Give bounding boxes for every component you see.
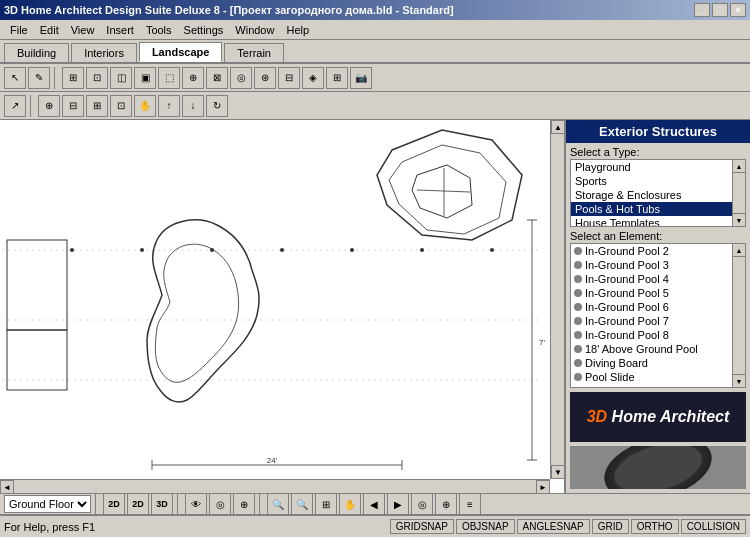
view-icon-3[interactable]: ⊕ <box>233 493 255 515</box>
element-hottub1[interactable]: Hot Tub 1 <box>571 384 732 387</box>
tool2-fit[interactable]: ⊞ <box>86 95 108 117</box>
element-pool6[interactable]: In-Ground Pool 6 <box>571 300 732 314</box>
zoom-fit[interactable]: ⊞ <box>315 493 337 515</box>
element-above-pool[interactable]: 18' Above Ground Pool <box>571 342 732 356</box>
menu-help[interactable]: Help <box>280 22 315 38</box>
main-content: 24' 7' ▲ ▼ ◄ ► <box>0 120 750 493</box>
element-list-scrollbar[interactable]: ▲ ▼ <box>732 244 745 387</box>
nav-2[interactable]: ▶ <box>387 493 409 515</box>
scroll-up-button[interactable]: ▲ <box>551 120 565 134</box>
view-2d[interactable]: 2D <box>127 493 149 515</box>
element-pool4[interactable]: In-Ground Pool 4 <box>571 272 732 286</box>
scroll-track-horizontal[interactable] <box>14 480 536 493</box>
zoom-in[interactable]: 🔍 <box>267 493 289 515</box>
scroll-left-button[interactable]: ◄ <box>0 480 14 493</box>
bottom-sep-3 <box>259 493 263 515</box>
type-storage[interactable]: Storage & Enclosures <box>571 188 745 202</box>
type-scroll-down[interactable]: ▼ <box>733 213 745 226</box>
tool-3[interactable]: ◫ <box>110 67 132 89</box>
tab-terrain[interactable]: Terrain <box>224 43 284 62</box>
element-scroll-up[interactable]: ▲ <box>733 244 745 257</box>
element-selector[interactable]: In-Ground Pool 2 In-Ground Pool 3 In-Gro… <box>570 243 746 388</box>
menu-edit[interactable]: Edit <box>34 22 65 38</box>
tool-7[interactable]: ⊠ <box>206 67 228 89</box>
type-pools[interactable]: Pools & Hot Tubs <box>571 202 745 216</box>
type-house-templates[interactable]: House Templates <box>571 216 745 227</box>
floor-select[interactable]: Ground Floor <box>4 495 91 513</box>
tool-select[interactable]: ↖ <box>4 67 26 89</box>
element-scroll-track[interactable] <box>733 257 745 374</box>
close-button[interactable]: × <box>730 3 746 17</box>
element-slide[interactable]: Pool Slide <box>571 370 732 384</box>
gridsnap-button[interactable]: GRIDSNAP <box>390 519 454 534</box>
type-selector[interactable]: Playground Sports Storage & Enclosures P… <box>570 159 746 227</box>
tool-draw[interactable]: ✎ <box>28 67 50 89</box>
type-list-scrollbar[interactable]: ▲ ▼ <box>732 160 745 226</box>
tool-camera[interactable]: 📷 <box>350 67 372 89</box>
menu-file[interactable]: File <box>4 22 34 38</box>
scroll-right-button[interactable]: ► <box>536 480 550 493</box>
scroll-down-button[interactable]: ▼ <box>551 465 565 479</box>
window-controls[interactable]: _ □ × <box>694 3 746 17</box>
tool-4[interactable]: ▣ <box>134 67 156 89</box>
collision-button[interactable]: COLLISION <box>681 519 746 534</box>
view-icon-1[interactable]: 👁 <box>185 493 207 515</box>
maximize-button[interactable]: □ <box>712 3 728 17</box>
tool2-pan[interactable]: ✋ <box>134 95 156 117</box>
menu-tools[interactable]: Tools <box>140 22 178 38</box>
menu-window[interactable]: Window <box>229 22 280 38</box>
view-2d-plan[interactable]: 2D <box>103 493 125 515</box>
tab-landscape[interactable]: Landscape <box>139 42 222 62</box>
menu-insert[interactable]: Insert <box>100 22 140 38</box>
tab-interiors[interactable]: Interiors <box>71 43 137 62</box>
element-pool7[interactable]: In-Ground Pool 7 <box>571 314 732 328</box>
scroll-track-vertical[interactable] <box>551 134 564 465</box>
view-icon-2[interactable]: ◎ <box>209 493 231 515</box>
tool2-arrow[interactable]: ↗ <box>4 95 26 117</box>
vertical-scrollbar[interactable]: ▲ ▼ <box>550 120 564 479</box>
element-pool2[interactable]: In-Ground Pool 2 <box>571 244 732 258</box>
tool2-zoom-out[interactable]: ⊟ <box>62 95 84 117</box>
type-scroll-up[interactable]: ▲ <box>733 160 745 173</box>
ortho-button[interactable]: ORTHO <box>631 519 679 534</box>
tool2-down[interactable]: ↓ <box>182 95 204 117</box>
tool-8[interactable]: ◎ <box>230 67 252 89</box>
anglesnap-button[interactable]: ANGLESNAP <box>517 519 590 534</box>
tool-12[interactable]: ⊞ <box>326 67 348 89</box>
tab-building[interactable]: Building <box>4 43 69 62</box>
grid-button[interactable]: GRID <box>592 519 629 534</box>
element-scroll-down[interactable]: ▼ <box>733 374 745 387</box>
tool-10[interactable]: ⊟ <box>278 67 300 89</box>
tool-6[interactable]: ⊕ <box>182 67 204 89</box>
pan-tool[interactable]: ✋ <box>339 493 361 515</box>
element-pool5[interactable]: In-Ground Pool 5 <box>571 286 732 300</box>
nav-5[interactable]: ≡ <box>459 493 481 515</box>
tool-11[interactable]: ◈ <box>302 67 324 89</box>
tool-9[interactable]: ⊛ <box>254 67 276 89</box>
type-playground[interactable]: Playground <box>571 160 745 174</box>
nav-4[interactable]: ⊕ <box>435 493 457 515</box>
horizontal-scrollbar[interactable]: ◄ ► <box>0 479 550 493</box>
type-sports[interactable]: Sports <box>571 174 745 188</box>
tool2-zoom-in[interactable]: ⊕ <box>38 95 60 117</box>
tool-1[interactable]: ⊞ <box>62 67 84 89</box>
menu-view[interactable]: View <box>65 22 101 38</box>
tool2-rotate[interactable]: ↻ <box>206 95 228 117</box>
element-diving[interactable]: Diving Board <box>571 356 732 370</box>
tool-5[interactable]: ⬚ <box>158 67 180 89</box>
canvas-area[interactable]: 24' 7' ▲ ▼ ◄ ► <box>0 120 565 493</box>
type-scroll-track[interactable] <box>733 173 745 213</box>
objsnap-button[interactable]: OBJSNAP <box>456 519 515 534</box>
zoom-out[interactable]: 🔍 <box>291 493 313 515</box>
element-pool3[interactable]: In-Ground Pool 3 <box>571 258 732 272</box>
menu-settings[interactable]: Settings <box>178 22 230 38</box>
nav-1[interactable]: ◀ <box>363 493 385 515</box>
element-dot <box>574 359 582 367</box>
tool-2[interactable]: ⊡ <box>86 67 108 89</box>
element-pool8[interactable]: In-Ground Pool 8 <box>571 328 732 342</box>
tool2-up[interactable]: ↑ <box>158 95 180 117</box>
nav-3[interactable]: ◎ <box>411 493 433 515</box>
minimize-button[interactable]: _ <box>694 3 710 17</box>
tool2-zoom-window[interactable]: ⊡ <box>110 95 132 117</box>
view-3d[interactable]: 3D <box>151 493 173 515</box>
